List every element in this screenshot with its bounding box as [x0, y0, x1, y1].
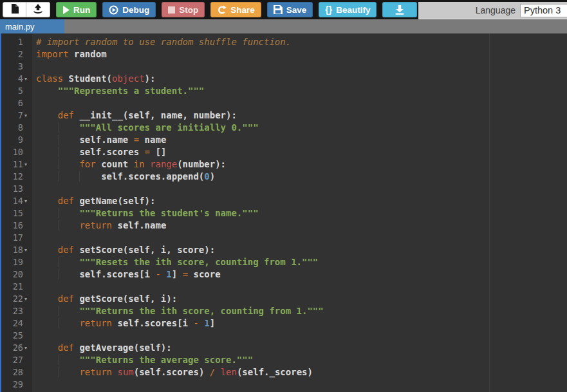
gutter-line: 21	[0, 281, 32, 293]
code-line[interactable]: def __init__(self, name, number):	[36, 109, 567, 122]
gutter-line: 5	[0, 85, 32, 97]
indent	[36, 306, 58, 316]
gutter-line: 6	[0, 97, 32, 109]
code-token: in	[134, 159, 150, 169]
code-line[interactable]: """Represents a student."""	[36, 85, 567, 97]
code-token: def	[58, 342, 80, 353]
line-number: 20	[13, 268, 23, 281]
code-token: ]	[172, 269, 183, 279]
indent	[36, 318, 58, 328]
fold-arrow-icon[interactable]: ▾	[23, 73, 32, 85]
code-line[interactable]: # import random to use random shuffle fu…	[36, 36, 567, 48]
code-token: 0	[204, 171, 209, 182]
line-number: 6	[18, 97, 23, 109]
code-line[interactable]	[36, 97, 567, 109]
line-number: 16	[13, 219, 23, 232]
code-line[interactable]: """Returns the student's name."""	[36, 207, 567, 219]
code-token: def	[58, 110, 80, 120]
code-line[interactable]: def getAverage(self):	[36, 342, 567, 354]
run-button-label: Run	[73, 5, 90, 15]
code-line[interactable]: """Returns the ith score, counting from …	[36, 305, 567, 317]
code-token: =	[145, 147, 150, 157]
share-button-label: Share	[230, 5, 255, 15]
line-number: 11	[13, 158, 23, 171]
indent	[36, 257, 58, 267]
code-line[interactable]: """Resets the ith score, counting from 1…	[36, 256, 567, 268]
code-line[interactable]	[36, 330, 567, 342]
code-line[interactable]: """Returns the average score."""	[36, 354, 567, 366]
line-number: 9	[18, 134, 23, 146]
code-line[interactable]: return self.name	[36, 219, 567, 232]
beautify-button[interactable]: {} Beautify	[319, 2, 376, 17]
code-token: def	[58, 294, 80, 304]
fold-arrow-icon[interactable]: ▾	[23, 342, 32, 354]
fold-arrow-icon[interactable]: ▾	[23, 158, 32, 171]
line-number: 18	[13, 244, 23, 256]
indent	[36, 245, 58, 255]
indent-guide	[58, 318, 80, 328]
download-button[interactable]	[382, 2, 417, 17]
fold-arrow-icon[interactable]: ▾	[23, 195, 32, 207]
code-line[interactable]: self.scores[i - 1] = score	[36, 268, 567, 281]
indent-guide	[58, 306, 80, 316]
save-button[interactable]: Save	[267, 2, 313, 17]
indent	[36, 367, 58, 377]
gutter-line: 19	[0, 256, 32, 268]
upload-project-button[interactable]	[26, 2, 50, 17]
stop-button[interactable]: Stop	[162, 2, 205, 17]
code-line[interactable]: return self.scores[i - 1]	[36, 317, 567, 330]
indent-guide	[58, 122, 80, 133]
code-token: """Returns the average score."""	[79, 355, 253, 365]
code-line[interactable]: def getName(self):	[36, 195, 567, 207]
code-line[interactable]	[36, 281, 567, 293]
language-select[interactable]: Python 3	[520, 4, 567, 17]
code-token: """Resets the ith score, counting from 1…	[79, 257, 318, 267]
new-file-button[interactable]	[3, 2, 26, 17]
code-lines[interactable]: # import random to use random shuffle fu…	[32, 33, 567, 392]
tab-main-py[interactable]: main.py	[0, 19, 64, 33]
gutter-line: 26▾	[0, 342, 32, 354]
code-token: Student(	[69, 73, 112, 84]
fold-arrow-icon[interactable]: ▾	[23, 293, 32, 305]
code-token: # import random to use random shuffle fu…	[36, 37, 291, 47]
left-accent-strip	[0, 33, 1, 392]
code-line[interactable]: self.name = name	[36, 134, 567, 146]
stop-square-icon	[168, 6, 175, 14]
debug-button[interactable]: Debug	[102, 2, 156, 17]
code-line[interactable]	[36, 61, 567, 73]
line-number: 13	[13, 183, 23, 195]
code-line[interactable]	[36, 378, 567, 391]
code-line[interactable]: class Student(object):	[36, 73, 567, 85]
code-line[interactable]: for count in range(number):	[36, 158, 567, 171]
beautify-button-label: Beautify	[336, 5, 370, 15]
gutter-line: 27	[0, 354, 32, 366]
run-button[interactable]: Run	[56, 2, 97, 17]
indent	[36, 355, 58, 365]
code-token: self.scores.append(	[101, 171, 204, 182]
code-line[interactable]	[36, 232, 567, 244]
indent	[36, 196, 58, 206]
code-line[interactable]: import random	[36, 48, 567, 61]
share-button[interactable]: Share	[210, 2, 261, 17]
indent	[36, 171, 58, 182]
code-line[interactable]: """All scores are initially 0."""	[36, 122, 567, 134]
line-number: 15	[13, 207, 23, 219]
code-line[interactable]: self.scores = []	[36, 146, 567, 158]
gutter-line: 23	[0, 305, 32, 317]
download-icon	[395, 5, 404, 15]
line-number: 17	[13, 232, 23, 244]
stop-button-label: Stop	[179, 5, 198, 15]
fold-arrow-icon[interactable]: ▾	[23, 109, 32, 122]
code-token: return	[79, 318, 117, 328]
fold-arrow-icon[interactable]: ▾	[23, 244, 32, 256]
code-line[interactable]: return sum(self.scores) / len(self._scor…	[36, 366, 567, 378]
code-editor[interactable]: 1234▾567▾891011▾121314▾15161718▾19202122…	[0, 33, 567, 392]
code-line[interactable]: def getScore(self, i):	[36, 293, 567, 305]
code-line[interactable]: self.scores.append(0)	[36, 171, 567, 183]
line-number: 10	[13, 146, 23, 158]
code-token: """Returns the student's name."""	[79, 208, 258, 218]
gutter-line: 22▾	[0, 293, 32, 305]
code-line[interactable]: def setScore(self, i, score):	[36, 244, 567, 256]
code-line[interactable]	[36, 183, 567, 195]
gutter-line: 2	[0, 48, 32, 61]
